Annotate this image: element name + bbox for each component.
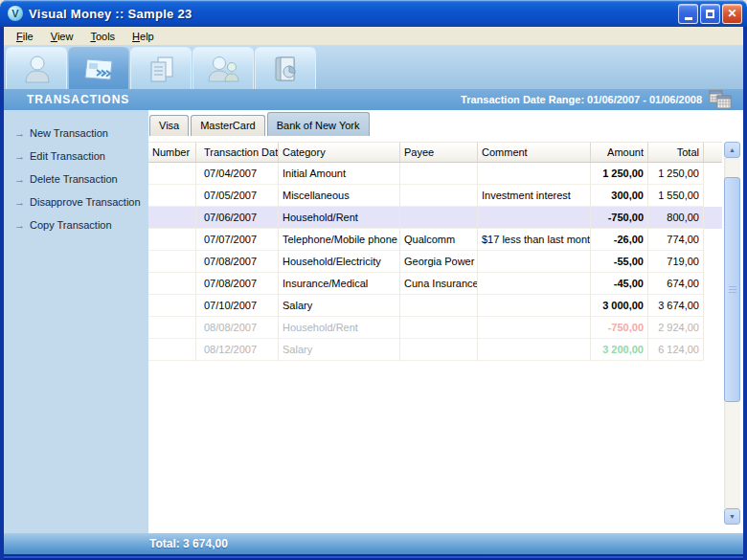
- table-cell[interactable]: -26,00: [591, 229, 648, 251]
- table-cell[interactable]: 07/04/2007: [196, 163, 279, 185]
- table-cell[interactable]: [704, 163, 722, 185]
- table-cell[interactable]: [148, 251, 196, 273]
- table-cell[interactable]: [704, 207, 722, 229]
- table-row[interactable]: 07/08/2007Household/ElectricityGeorgia P…: [148, 251, 722, 273]
- table-cell[interactable]: Insurance/Medical: [279, 273, 400, 295]
- table-cell[interactable]: Qualcomm: [400, 229, 478, 251]
- column-header-transaction-date[interactable]: Transaction Date: [196, 143, 279, 162]
- table-cell[interactable]: 774,00: [648, 229, 704, 251]
- tab-visa[interactable]: Visa: [149, 115, 189, 136]
- sidebar-item-disapprove-transaction[interactable]: → Disapprove Transaction: [4, 190, 148, 213]
- table-cell[interactable]: [478, 163, 591, 185]
- table-cell[interactable]: [478, 295, 591, 317]
- scroll-up-button[interactable]: ▲: [724, 142, 740, 158]
- table-cell[interactable]: [148, 163, 196, 185]
- toolbar-scheduled-button[interactable]: [130, 47, 192, 89]
- table-cell[interactable]: 674,00: [648, 273, 704, 295]
- table-cell[interactable]: [478, 207, 591, 229]
- table-cell[interactable]: 2 924,00: [648, 317, 704, 339]
- table-cell[interactable]: 07/05/2007: [196, 185, 279, 207]
- toolbar-reports-button[interactable]: [255, 47, 316, 89]
- column-header-total[interactable]: Total: [648, 143, 704, 162]
- table-cell[interactable]: [400, 339, 478, 361]
- table-cell[interactable]: 1 250,00: [591, 163, 648, 185]
- table-cell[interactable]: Household/Electricity: [279, 251, 400, 273]
- table-cell[interactable]: Initial Amount: [279, 163, 400, 185]
- table-row[interactable]: 08/08/2007Household/Rent-750,002 924,00: [148, 317, 722, 339]
- table-cell[interactable]: [704, 273, 722, 295]
- table-cell[interactable]: 08/12/2007: [196, 339, 279, 361]
- table-cell[interactable]: 719,00: [648, 251, 704, 273]
- table-cell[interactable]: -750,00: [591, 317, 648, 339]
- table-cell[interactable]: $17 less than last month: [478, 229, 591, 251]
- table-cell[interactable]: Investment interest: [478, 185, 591, 207]
- menu-help[interactable]: Help: [124, 29, 163, 44]
- table-row[interactable]: 07/05/2007MiscellaneousInvestment intere…: [148, 185, 722, 207]
- sidebar-item-new-transaction[interactable]: → New Transaction: [4, 122, 148, 145]
- table-cell[interactable]: [400, 163, 478, 185]
- table-cell[interactable]: Household/Rent: [279, 317, 400, 339]
- table-cell[interactable]: 1 250,00: [648, 163, 704, 185]
- table-cell[interactable]: 07/08/2007: [196, 273, 279, 295]
- vertical-scrollbar[interactable]: ▲ ▼: [724, 142, 740, 525]
- table-row[interactable]: 07/08/2007Insurance/MedicalCuna Insuranc…: [148, 273, 722, 295]
- table-cell[interactable]: [148, 185, 196, 207]
- table-cell[interactable]: -750,00: [591, 207, 648, 229]
- table-cell[interactable]: [704, 251, 722, 273]
- scroll-down-button[interactable]: ▼: [724, 508, 740, 525]
- menu-file[interactable]: File: [8, 29, 42, 44]
- table-cell[interactable]: [400, 295, 478, 317]
- table-cell[interactable]: [704, 295, 722, 317]
- table-cell[interactable]: 07/10/2007: [196, 295, 279, 317]
- column-header-payee[interactable]: Payee: [400, 143, 478, 162]
- scrollbar-thumb[interactable]: [724, 177, 740, 402]
- scrollbar-track[interactable]: [724, 158, 740, 508]
- column-header-category[interactable]: Category: [279, 143, 400, 162]
- table-cell[interactable]: Household/Rent: [279, 207, 400, 229]
- menu-view[interactable]: View: [42, 29, 82, 44]
- table-cell[interactable]: Salary: [279, 295, 400, 317]
- table-cell[interactable]: 6 124,00: [648, 339, 704, 361]
- table-cell[interactable]: [148, 273, 196, 295]
- toolbar-payees-button[interactable]: [192, 47, 254, 89]
- table-cell[interactable]: Salary: [279, 339, 400, 361]
- table-cell[interactable]: [478, 273, 591, 295]
- table-cell[interactable]: 3 000,00: [591, 295, 648, 317]
- table-cell[interactable]: [478, 317, 591, 339]
- table-row[interactable]: 07/04/2007Initial Amount1 250,001 250,00: [148, 163, 722, 185]
- column-header-number[interactable]: Number: [148, 143, 196, 162]
- sidebar-item-copy-transaction[interactable]: → Copy Transaction: [4, 213, 148, 236]
- table-cell[interactable]: [478, 339, 591, 361]
- tab-bank-of-new-york[interactable]: Bank of New York: [267, 112, 370, 136]
- sidebar-item-edit-transaction[interactable]: → Edit Transaction: [4, 145, 148, 168]
- table-cell[interactable]: [704, 339, 722, 361]
- table-row[interactable]: 08/12/2007Salary3 200,006 124,00: [148, 339, 722, 361]
- table-cell[interactable]: -45,00: [591, 273, 648, 295]
- table-cell[interactable]: [148, 229, 196, 251]
- table-cell[interactable]: 07/06/2007: [196, 207, 279, 229]
- table-cell[interactable]: Georgia Power: [400, 251, 478, 273]
- table-cell[interactable]: Telephone/Mobile phone: [279, 229, 400, 251]
- sidebar-item-delete-transaction[interactable]: → Delete Transaction: [4, 168, 148, 190]
- table-cell[interactable]: [400, 185, 478, 207]
- table-cell[interactable]: 3 200,00: [591, 339, 648, 361]
- table-cell[interactable]: Miscellaneous: [279, 185, 400, 207]
- table-cell[interactable]: -55,00: [591, 251, 648, 273]
- table-row[interactable]: 07/06/2007Household/Rent-750,00800,00: [148, 207, 722, 229]
- table-cell[interactable]: [704, 317, 722, 339]
- table-cell[interactable]: 800,00: [648, 207, 704, 229]
- table-cell[interactable]: 3 674,00: [648, 295, 704, 317]
- table-cell[interactable]: [148, 317, 196, 339]
- table-cell[interactable]: 300,00: [591, 185, 648, 207]
- toolbar-accounts-button[interactable]: [6, 47, 67, 89]
- table-cell[interactable]: 08/08/2007: [196, 317, 279, 339]
- table-cell[interactable]: [148, 339, 196, 361]
- table-cell[interactable]: 07/08/2007: [196, 251, 279, 273]
- table-cell[interactable]: Cuna Insurance: [400, 273, 478, 295]
- table-cell[interactable]: 1 550,00: [648, 185, 704, 207]
- table-row[interactable]: 07/10/2007Salary3 000,003 674,00: [148, 295, 722, 317]
- column-header-comment[interactable]: Comment: [478, 143, 591, 162]
- table-cell[interactable]: [148, 295, 196, 317]
- table-cell[interactable]: [478, 251, 591, 273]
- table-cell[interactable]: [704, 185, 722, 207]
